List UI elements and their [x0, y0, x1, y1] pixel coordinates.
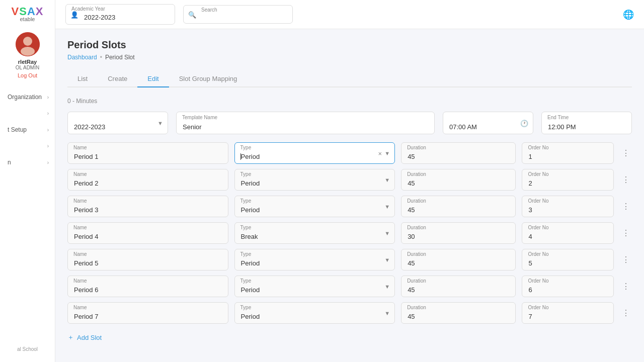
sidebar-item-label: Organization — [8, 94, 42, 101]
slot-order-field-0: Order No — [522, 142, 614, 164]
slot-name-field-5: Name — [67, 276, 228, 297]
slot-type-select-4[interactable]: PeriodBreakFree — [234, 249, 395, 270]
slot-order-input-4[interactable] — [522, 249, 614, 270]
slot-order-input-5[interactable] — [522, 276, 614, 297]
breadcrumb-dashboard[interactable]: Dashboard — [67, 54, 97, 61]
slot-name-input-5[interactable] — [67, 276, 228, 297]
slot-delete-button-6[interactable]: ⋮ — [620, 306, 632, 320]
plus-icon: ＋ — [67, 333, 74, 342]
slot-type-select-6[interactable]: PeriodBreakFree — [234, 302, 395, 324]
chevron-right-icon: › — [47, 160, 49, 165]
page-content: Period Slots Dashboard • Period Slot Lis… — [55, 29, 644, 362]
slot-order-input-2[interactable] — [522, 196, 614, 217]
academic-year-field: Academic Year 👤 — [65, 4, 175, 25]
end-time-group: End Time — [541, 112, 632, 134]
academic-year-select[interactable]: 2022-2023 — [67, 112, 168, 134]
svg-point-1 — [23, 37, 32, 46]
slot-duration-field-4: Duration — [401, 249, 516, 270]
slot-duration-input-4[interactable] — [401, 249, 516, 270]
search-input[interactable] — [183, 5, 293, 24]
slot-type-field-3: Type PeriodBreakFree ▼ — [234, 222, 395, 244]
globe-icon[interactable]: 🌐 — [623, 9, 634, 20]
slot-duration-input-0[interactable] — [401, 142, 516, 164]
topbar-right: 🌐 — [623, 9, 634, 20]
add-slot-button[interactable]: ＋ Add Slot — [67, 329, 102, 346]
start-time-group: Start Time 🕐 — [443, 112, 533, 134]
logout-link[interactable]: Log Out — [18, 72, 37, 78]
user-role: OL ADMIN — [16, 65, 39, 70]
user-icon: 👤 — [70, 11, 78, 18]
tab-list[interactable]: List — [67, 71, 98, 87]
section-label: 0 - Minutes — [67, 98, 632, 105]
search-field: Search 🔍 — [183, 5, 293, 24]
slot-delete-button-0[interactable]: ⋮ — [620, 146, 632, 160]
start-time-input[interactable] — [443, 112, 533, 134]
slot-name-field-6: Name — [67, 302, 228, 324]
slot-name-input-1[interactable] — [67, 169, 228, 191]
slot-action-field-0: ⋮ — [620, 146, 632, 160]
slot-row: Name Type PeriodBreakFree ▼ Duration Ord… — [67, 196, 632, 217]
slot-type-select-0[interactable]: PeriodBreakFree — [234, 142, 395, 164]
sidebar-item-4[interactable]: › — [0, 138, 55, 154]
slot-duration-input-2[interactable] — [401, 196, 516, 217]
slot-name-input-3[interactable] — [67, 222, 228, 244]
slot-row: Name Type PeriodBreakFree ▼ Duration Ord… — [67, 169, 632, 191]
slot-action-field-5: ⋮ — [620, 280, 632, 293]
slot-delete-button-2[interactable]: ⋮ — [620, 200, 632, 213]
slot-type-field-5: Type PeriodBreakFree ▼ — [234, 276, 395, 297]
search-label: Search — [201, 7, 217, 13]
search-icon: 🔍 — [188, 11, 196, 18]
sidebar-item-label: t Setup — [8, 126, 27, 133]
slot-name-input-0[interactable] — [67, 142, 228, 164]
slot-duration-field-3: Duration — [401, 222, 516, 244]
sidebar: VSAX etable rletRay OL ADMIN Log Out Org… — [0, 0, 55, 362]
slot-name-field-0: Name — [67, 142, 228, 164]
slot-delete-button-1[interactable]: ⋮ — [620, 173, 632, 187]
slot-name-input-6[interactable] — [67, 302, 228, 324]
slot-name-field-1: Name — [67, 169, 228, 191]
main-content: Academic Year 👤 Search 🔍 🌐 Period Slots … — [55, 0, 644, 362]
sidebar-item-label: n — [8, 159, 11, 166]
chevron-right-icon: › — [47, 143, 49, 149]
add-slot-label: Add Slot — [77, 334, 102, 341]
slot-type-select-2[interactable]: PeriodBreakFree — [234, 196, 395, 217]
slot-order-input-1[interactable] — [522, 169, 614, 191]
slot-type-select-3[interactable]: PeriodBreakFree — [234, 222, 395, 244]
slot-type-select-1[interactable]: PeriodBreakFree — [234, 169, 395, 191]
sidebar-item-2[interactable]: › — [0, 106, 55, 121]
tab-create[interactable]: Create — [98, 71, 137, 87]
slot-duration-input-3[interactable] — [401, 222, 516, 244]
academic-year-group: Academic Year 2022-2023 ▼ — [67, 112, 168, 134]
clear-type-button-0[interactable]: × — [378, 149, 382, 157]
end-time-input[interactable] — [541, 112, 632, 134]
template-name-input[interactable] — [176, 112, 435, 134]
sidebar-item-organization[interactable]: Organization › — [0, 88, 55, 106]
tab-slot-group-mapping[interactable]: Slot Group Mapping — [169, 71, 248, 87]
slot-delete-button-3[interactable]: ⋮ — [620, 226, 632, 240]
breadcrumb-separator: • — [100, 54, 102, 61]
slot-type-select-5[interactable]: PeriodBreakFree — [234, 276, 395, 297]
slot-duration-input-6[interactable] — [401, 302, 516, 324]
sidebar-item-n[interactable]: n › — [0, 154, 55, 171]
slot-order-input-0[interactable] — [522, 142, 614, 164]
tab-edit[interactable]: Edit — [137, 71, 169, 87]
slot-name-input-4[interactable] — [67, 249, 228, 270]
slot-order-input-6[interactable] — [522, 302, 614, 324]
slot-action-field-4: ⋮ — [620, 253, 632, 266]
avatar — [16, 32, 40, 56]
form-row-main: Academic Year 2022-2023 ▼ Template Name … — [67, 112, 632, 134]
slot-delete-button-5[interactable]: ⋮ — [620, 280, 632, 293]
slot-duration-input-5[interactable] — [401, 276, 516, 297]
clock-icon: 🕐 — [520, 119, 528, 127]
slot-order-input-3[interactable] — [522, 222, 614, 244]
slot-action-field-3: ⋮ — [620, 226, 632, 240]
slot-name-input-2[interactable] — [67, 196, 228, 217]
topbar: Academic Year 👤 Search 🔍 🌐 — [55, 0, 644, 29]
slot-delete-button-4[interactable]: ⋮ — [620, 253, 632, 266]
sidebar-item-setup[interactable]: t Setup › — [0, 121, 55, 138]
slot-order-field-1: Order No — [522, 169, 614, 191]
slot-duration-field-0: Duration — [401, 142, 516, 164]
slot-duration-input-1[interactable] — [401, 169, 516, 191]
slot-order-field-6: Order No — [522, 302, 614, 324]
slot-type-field-0: Type × PeriodBreakFree ▼ — [234, 142, 395, 164]
